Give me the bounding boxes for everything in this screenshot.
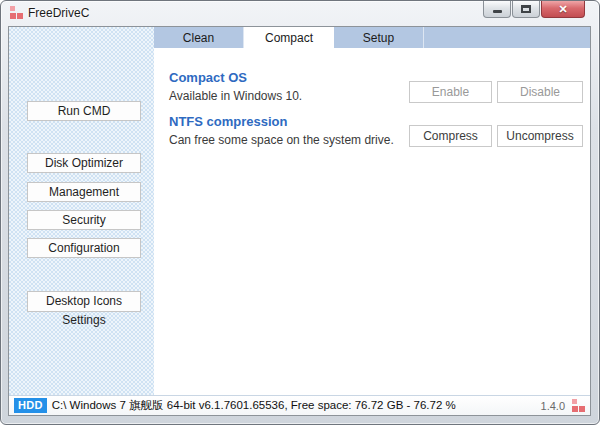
close-button[interactable]: ✕	[541, 1, 585, 18]
titlebar[interactable]: FreeDriveC ✕	[1, 1, 599, 26]
uncompress-button[interactable]: Uncompress	[497, 125, 583, 147]
section-compact-os: Compact OS Available in Windows 10.	[169, 70, 302, 103]
app-window: FreeDriveC ✕ Run CMD Disk Optimizer Mana…	[0, 0, 600, 425]
sidebar-button-run-cmd[interactable]: Run CMD	[27, 101, 141, 121]
sidebar-button-management[interactable]: Management	[27, 182, 141, 202]
sidebar: Run CMD Disk Optimizer Management Securi…	[9, 27, 154, 395]
window-title: FreeDriveC	[28, 6, 89, 20]
disable-button[interactable]: Disable	[497, 81, 583, 103]
sidebar-button-configuration[interactable]: Configuration	[27, 238, 141, 258]
section-desc-compact-os: Available in Windows 10.	[169, 89, 302, 103]
drive-type-badge: HDD	[14, 398, 47, 412]
content-panel: Compact OS Available in Windows 10. NTFS…	[154, 48, 590, 395]
sidebar-button-desktop-icons-settings[interactable]: Desktop Icons Settings	[27, 291, 141, 312]
close-icon: ✕	[558, 4, 567, 15]
section-title-ntfs-compression: NTFS compression	[169, 114, 394, 129]
minimize-icon	[493, 10, 502, 13]
tab-setup[interactable]: Setup	[334, 27, 424, 48]
client-area: Run CMD Disk Optimizer Management Securi…	[8, 26, 591, 416]
sidebar-button-disk-optimizer[interactable]: Disk Optimizer	[27, 153, 141, 173]
tab-clean[interactable]: Clean	[154, 27, 244, 48]
window-controls: ✕	[482, 1, 585, 18]
app-logo-icon	[10, 6, 23, 19]
system-info-text: C:\ Windows 7 旗舰版 64-bit v6.1.7601.65536…	[52, 398, 456, 413]
version-label: 1.4.0	[541, 400, 565, 412]
status-bar: HDD C:\ Windows 7 旗舰版 64-bit v6.1.7601.6…	[9, 395, 590, 415]
compress-button[interactable]: Compress	[409, 125, 492, 147]
section-desc-ntfs-compression: Can free some space on the system drive.	[169, 133, 394, 147]
section-ntfs-compression: NTFS compression Can free some space on …	[169, 114, 394, 147]
section-title-compact-os: Compact OS	[169, 70, 302, 85]
tab-bar: Clean Compact Setup	[154, 27, 590, 48]
maximize-icon	[521, 5, 531, 13]
sidebar-button-security[interactable]: Security	[27, 210, 141, 230]
minimize-button[interactable]	[483, 1, 511, 18]
enable-button[interactable]: Enable	[409, 81, 492, 103]
app-logo-mini-icon	[572, 399, 585, 412]
maximize-button[interactable]	[512, 1, 540, 18]
tab-compact[interactable]: Compact	[244, 27, 334, 48]
